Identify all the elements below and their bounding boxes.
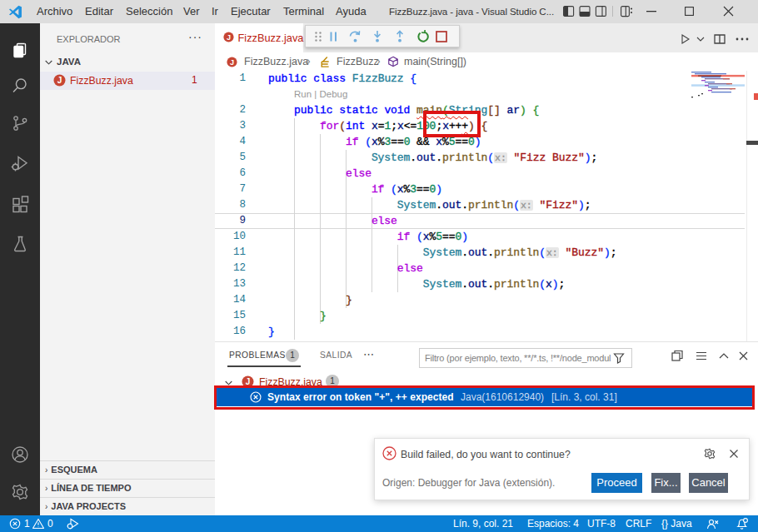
svg-text:J: J: [57, 76, 62, 85]
svg-text:J: J: [227, 33, 231, 42]
svg-text:J: J: [230, 58, 234, 67]
